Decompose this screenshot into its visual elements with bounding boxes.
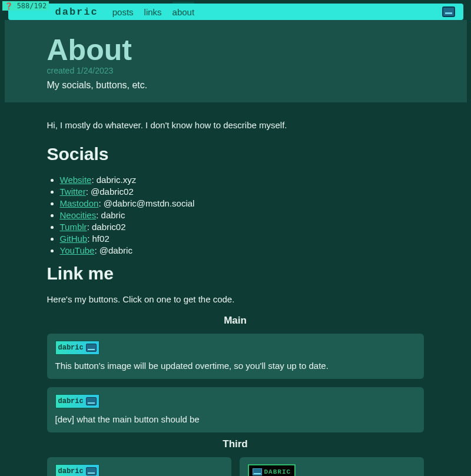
badge-icon: dabric bbox=[55, 394, 99, 408]
linkme-desc: Here's my buttons. Click on one to get t… bbox=[47, 294, 424, 304]
social-value: hf02 bbox=[92, 234, 110, 244]
list-item: YouTube: @dabric bbox=[60, 245, 424, 255]
button-group-title-main: Main bbox=[47, 315, 424, 327]
button-card[interactable]: dabric This button's image will be updat… bbox=[47, 334, 424, 379]
badge-icon: dabric bbox=[55, 464, 99, 476]
socials-heading: Socials bbox=[47, 144, 424, 164]
button-group-title-third: Third bbox=[47, 438, 424, 450]
badge-text: dabric bbox=[58, 467, 84, 475]
list-item: Mastodon: @dabric@mstdn.social bbox=[60, 198, 424, 208]
intro-text: Hi, I mostly do whatever. I don't know h… bbox=[47, 120, 424, 130]
socials-list: Website: dabric.xyz Twitter: @dabric02 M… bbox=[47, 175, 424, 255]
main-content: Hi, I mostly do whatever. I don't know h… bbox=[47, 102, 424, 476]
button-group-third: dabric New site, new button. DABRIC Basi… bbox=[47, 457, 424, 476]
nav-links: posts links about bbox=[112, 7, 194, 17]
nav-item-posts[interactable]: posts bbox=[112, 7, 134, 17]
social-value: @dabric@mstdn.social bbox=[104, 198, 195, 208]
computer-icon bbox=[86, 467, 97, 475]
social-value: @dabric bbox=[99, 245, 132, 255]
nav-item-about[interactable]: about bbox=[173, 7, 195, 17]
badge-text: dabric bbox=[58, 344, 84, 352]
list-item: Tumblr: dabric02 bbox=[60, 222, 424, 232]
social-value: dabric bbox=[101, 210, 125, 220]
created-date: created 1/24/2023 bbox=[47, 66, 424, 75]
list-item: GitHub: hf02 bbox=[60, 234, 424, 244]
computer-icon bbox=[86, 344, 97, 352]
computer-icon[interactable] bbox=[442, 6, 455, 17]
social-link-mastodon[interactable]: Mastodon bbox=[60, 198, 99, 208]
computer-icon bbox=[86, 397, 97, 405]
button-card[interactable]: dabric New site, new button. bbox=[47, 457, 231, 476]
list-item: Website: dabric.xyz bbox=[60, 175, 424, 185]
badge-icon: DABRIC bbox=[248, 464, 296, 476]
button-card[interactable]: dabric [dev] what the main button should… bbox=[47, 387, 424, 432]
social-link-youtube[interactable]: YouTube bbox=[60, 245, 95, 255]
list-item: Neocities: dabric bbox=[60, 210, 424, 220]
coord-overlay: 588/192 bbox=[2, 1, 49, 11]
social-link-tumblr[interactable]: Tumblr bbox=[60, 222, 87, 232]
page-title: About bbox=[47, 33, 424, 67]
social-value: dabric.xyz bbox=[97, 175, 137, 185]
social-value: @dabric02 bbox=[91, 187, 134, 197]
social-link-website[interactable]: Website bbox=[60, 175, 92, 185]
badge-icon: dabric bbox=[55, 341, 99, 355]
page-subtitle: My socials, buttons, etc. bbox=[47, 80, 424, 91]
list-item: Twitter: @dabric02 bbox=[60, 187, 424, 197]
social-link-twitter[interactable]: Twitter bbox=[60, 187, 86, 197]
computer-icon bbox=[253, 468, 262, 475]
badge-text: dabric bbox=[58, 397, 84, 405]
social-link-neocities[interactable]: Neocities bbox=[60, 210, 97, 220]
card-desc: This button's image will be updated over… bbox=[55, 361, 416, 371]
brand[interactable]: dabric bbox=[55, 6, 98, 18]
card-desc: [dev] what the main button should be bbox=[55, 414, 416, 424]
social-value: dabric02 bbox=[92, 222, 126, 232]
top-nav: dabric posts links about bbox=[8, 4, 463, 20]
badge-text: DABRIC bbox=[264, 468, 291, 475]
linkme-heading: Link me bbox=[47, 264, 424, 284]
page-header: About created 1/24/2023 My socials, butt… bbox=[5, 20, 467, 102]
button-card[interactable]: DABRIC Basically the polar opposite of t… bbox=[240, 457, 424, 476]
nav-item-links[interactable]: links bbox=[144, 7, 162, 17]
page: dabric posts links about About created 1… bbox=[5, 4, 467, 476]
button-group-main: dabric This button's image will be updat… bbox=[47, 334, 424, 432]
social-link-github[interactable]: GitHub bbox=[60, 234, 88, 244]
